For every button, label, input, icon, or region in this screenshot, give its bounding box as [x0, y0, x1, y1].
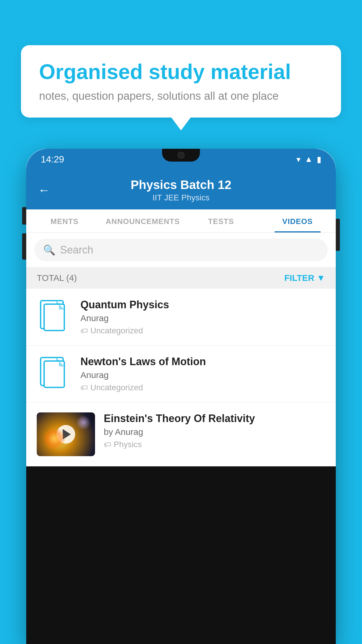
header-title-block: Physics Batch 12 IIT JEE Physics	[59, 178, 303, 202]
bubble-title: Organised study material	[39, 60, 323, 83]
header-title: Physics Batch 12	[59, 178, 303, 192]
list-item[interactable]: Newton's Laws of Motion Anurag 🏷 Uncateg…	[26, 346, 336, 402]
filter-row: TOTAL (4) FILTER ▼	[26, 267, 336, 289]
video-author: by Anurag	[104, 427, 325, 437]
tag-icon: 🏷	[80, 383, 88, 392]
list-item[interactable]: Quantum Physics Anurag 🏷 Uncategorized	[26, 289, 336, 346]
filter-icon: ▼	[317, 273, 325, 283]
wifi-icon: ▾	[296, 155, 301, 164]
back-button[interactable]: ←	[38, 183, 50, 197]
video-title: Einstein's Theory Of Relativity	[104, 412, 325, 425]
tag-icon: 🏷	[80, 326, 88, 335]
filter-button[interactable]: FILTER ▼	[284, 273, 325, 283]
status-time: 14:29	[41, 154, 64, 165]
tag-label: Physics	[114, 440, 142, 449]
phone-screen: 14:29 ▾ ▲ ▮ ← Physics Batch 12 IIT JEE P…	[26, 149, 336, 466]
video-title: Quantum Physics	[80, 299, 325, 311]
video-tag: 🏷 Physics	[104, 440, 325, 449]
video-thumbnail	[37, 412, 95, 456]
tabs-bar: MENTS ANNOUNCEMENTS TESTS VIDEOS	[26, 209, 336, 233]
video-thumb-area	[37, 356, 72, 391]
tag-icon: 🏷	[104, 440, 111, 449]
status-bar: 14:29 ▾ ▲ ▮	[26, 149, 336, 170]
video-tag: 🏷 Uncategorized	[80, 326, 325, 335]
filter-label: FILTER	[284, 273, 314, 283]
tag-label: Uncategorized	[90, 326, 143, 335]
notch-camera	[178, 152, 184, 159]
header-subtitle: IIT JEE Physics	[59, 193, 303, 202]
thumb-glow2	[76, 415, 91, 430]
speech-bubble: Organised study material notes, question…	[21, 45, 341, 118]
phone-button-left1	[22, 207, 26, 225]
list-item[interactable]: Einstein's Theory Of Relativity by Anura…	[26, 402, 336, 466]
video-author: Anurag	[80, 313, 325, 323]
search-icon: 🔍	[43, 244, 55, 256]
search-box[interactable]: 🔍 Search	[34, 239, 328, 261]
battery-icon: ▮	[317, 155, 321, 164]
search-container: 🔍 Search	[26, 233, 336, 267]
video-list: Quantum Physics Anurag 🏷 Uncategorized	[26, 289, 336, 466]
tab-videos[interactable]: VIDEOS	[259, 209, 336, 232]
phone-frame: 14:29 ▾ ▲ ▮ ← Physics Batch 12 IIT JEE P…	[26, 149, 336, 644]
total-count: TOTAL (4)	[37, 273, 77, 283]
tab-ments[interactable]: MENTS	[26, 209, 103, 232]
bubble-subtitle: notes, question papers, solutions all at…	[39, 90, 323, 102]
phone-button-left2	[22, 233, 26, 260]
tab-tests[interactable]: TESTS	[183, 209, 259, 232]
video-info: Quantum Physics Anurag 🏷 Uncategorized	[80, 299, 325, 335]
signal-icon: ▲	[305, 155, 313, 164]
file-icon	[37, 299, 72, 334]
video-info: Newton's Laws of Motion Anurag 🏷 Uncateg…	[80, 356, 325, 392]
status-icons: ▾ ▲ ▮	[296, 155, 321, 164]
notch	[162, 149, 200, 162]
tab-announcements[interactable]: ANNOUNCEMENTS	[103, 209, 183, 232]
thumb-glow	[43, 427, 66, 450]
phone-button-right	[336, 219, 340, 251]
app-header: ← Physics Batch 12 IIT JEE Physics	[26, 170, 336, 209]
video-author: Anurag	[80, 370, 325, 380]
search-placeholder: Search	[60, 244, 93, 256]
video-tag: 🏷 Uncategorized	[80, 383, 325, 392]
file-icon	[37, 356, 72, 391]
video-info: Einstein's Theory Of Relativity by Anura…	[104, 412, 325, 449]
tag-label: Uncategorized	[90, 383, 143, 392]
video-title: Newton's Laws of Motion	[80, 356, 325, 368]
video-thumb-area	[37, 299, 72, 334]
